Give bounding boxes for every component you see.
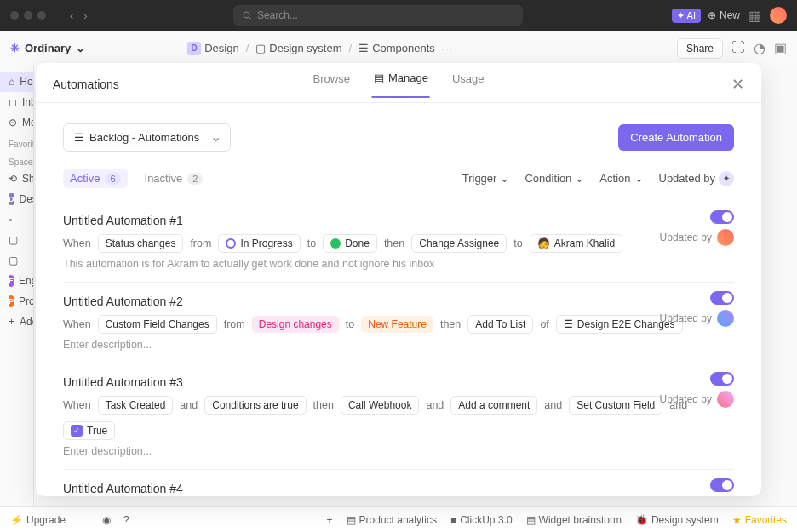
automation-description[interactable]: Enter description... bbox=[63, 445, 734, 457]
sidebar-sub1[interactable]: ▫ bbox=[0, 209, 33, 230]
sidebar-sub3[interactable]: ▢ bbox=[0, 250, 33, 271]
sidebar-sub2[interactable]: ▢ bbox=[0, 230, 33, 250]
footer-wb[interactable]: ▤ Widget brainstorm bbox=[526, 514, 622, 526]
nav-back[interactable]: ‹ bbox=[66, 9, 77, 22]
automation-row[interactable]: Untitled Automation #3 When Task Created… bbox=[63, 363, 734, 470]
svg-point-0 bbox=[244, 12, 249, 18]
action-token[interactable]: Add To List bbox=[467, 315, 533, 334]
status-token[interactable]: In Progress bbox=[218, 234, 300, 253]
true-token[interactable]: ✓True bbox=[63, 421, 115, 440]
filter-action[interactable]: Action ⌄ bbox=[599, 172, 643, 185]
search-input[interactable]: Search... bbox=[233, 5, 523, 26]
action-token[interactable]: Add a comment bbox=[450, 396, 537, 415]
automation-title: Untitled Automation #2 bbox=[63, 295, 734, 308]
breadcrumb-more[interactable]: ··· bbox=[442, 42, 454, 54]
filter-active[interactable]: Active 6 bbox=[63, 169, 128, 188]
user-token[interactable]: 🧑 Akram Khalid bbox=[530, 234, 622, 253]
tab-browse[interactable]: Browse bbox=[312, 72, 352, 98]
automation-row[interactable]: Untitled Automation #4 When Status chang… bbox=[63, 470, 734, 496]
sidebar-heading-spaces: Spaces bbox=[0, 151, 33, 169]
sidebar: ⌂ Home ◻ Inbox ⊖ More Favorites Spaces ⟲… bbox=[0, 66, 34, 506]
cart-icon[interactable]: ⛶ bbox=[731, 40, 745, 56]
help-icon[interactable]: ? bbox=[123, 514, 129, 526]
action-token[interactable]: Change Assignee bbox=[411, 234, 507, 253]
action-token[interactable]: Call Webhook bbox=[341, 396, 419, 415]
automation-row[interactable]: Untitled Automation #2 When Custom Field… bbox=[63, 283, 734, 363]
footer-cu[interactable]: ■ ClickUp 3.0 bbox=[450, 514, 513, 526]
filter-condition[interactable]: Condition ⌄ bbox=[525, 172, 584, 185]
modal-header: Automations Browse ▤ Manage Usage ✕ bbox=[36, 63, 761, 92]
updater-avatar bbox=[717, 229, 734, 246]
modal-title: Automations bbox=[53, 77, 119, 91]
trigger-token[interactable]: Custom Field Changes bbox=[98, 315, 217, 334]
user-avatar[interactable] bbox=[770, 7, 787, 24]
footer-ds[interactable]: 🐞 Design system bbox=[635, 514, 719, 526]
nav-forward[interactable]: › bbox=[80, 9, 90, 22]
automation-toggle[interactable] bbox=[710, 372, 734, 386]
updater-avatar bbox=[717, 310, 734, 327]
new-button[interactable]: ⊕ New bbox=[708, 9, 740, 21]
automations-modal: Automations Browse ▤ Manage Usage ✕ ☰ Ba… bbox=[36, 63, 761, 496]
sidebar-inbox[interactable]: ◻ Inbox bbox=[0, 92, 33, 112]
upgrade-button[interactable]: ⚡ Upgrade bbox=[10, 514, 66, 526]
automation-title: Untitled Automation #3 bbox=[63, 375, 734, 389]
automation-description[interactable]: Enter description... bbox=[63, 339, 734, 351]
footer-fav[interactable]: ★ Favorites bbox=[732, 514, 787, 526]
footer: ⚡ Upgrade + ▤ Product analytics ■ ClickU… bbox=[0, 506, 797, 532]
filter-inactive[interactable]: Inactive 2 bbox=[138, 169, 210, 188]
filter-updated-by[interactable]: Updated by ✦ bbox=[659, 171, 735, 186]
trigger-token[interactable]: Status changes bbox=[98, 234, 184, 253]
share-button[interactable]: Share bbox=[677, 38, 723, 59]
svg-line-1 bbox=[249, 18, 250, 20]
sidebar-prod-space[interactable]: P Product bbox=[0, 291, 33, 312]
sidebar-eng-space[interactable]: E Engineering bbox=[0, 271, 33, 291]
automation-title: Untitled Automation #1 bbox=[63, 214, 734, 227]
sidebar-more[interactable]: ⊖ More bbox=[0, 112, 33, 133]
sidebar-home[interactable]: ⌂ Home bbox=[0, 72, 33, 92]
condition-token[interactable]: Conditions are true bbox=[204, 396, 306, 415]
trigger-token[interactable]: Task Created bbox=[98, 396, 174, 415]
breadcrumb-design-system[interactable]: ▢ Design system bbox=[255, 42, 341, 54]
automation-toggle[interactable] bbox=[710, 210, 734, 224]
apps-icon[interactable]: ▦ bbox=[748, 8, 761, 24]
sidebar-design-space[interactable]: D Design bbox=[0, 189, 33, 209]
automation-toggle[interactable] bbox=[710, 478, 734, 492]
status-token[interactable]: Done bbox=[323, 234, 377, 253]
window-controls[interactable] bbox=[10, 11, 46, 20]
updater-avatar bbox=[717, 391, 734, 408]
list-icon: ☰ bbox=[74, 131, 84, 144]
automation-row[interactable]: Untitled Automation #1 When Status chang… bbox=[63, 202, 734, 283]
automation-description: This automation is for Akram to actually… bbox=[63, 258, 734, 270]
breadcrumb: DDesign / ▢ Design system / ☰ Components… bbox=[187, 42, 454, 55]
action-token[interactable]: Set Custom Field bbox=[569, 396, 662, 415]
workspace-bar: ✳ Ordinary ⌄ DDesign / ▢ Design system /… bbox=[0, 31, 797, 66]
footer-plus[interactable]: + bbox=[327, 514, 333, 526]
shield-icon[interactable]: ▣ bbox=[774, 40, 787, 56]
tab-manage[interactable]: ▤ Manage bbox=[372, 72, 430, 98]
sidebar-shared[interactable]: ⟲ Shared bbox=[0, 169, 33, 189]
footer-pa[interactable]: ▤ Product analytics bbox=[347, 514, 437, 526]
search-icon bbox=[242, 10, 252, 20]
filter-trigger[interactable]: Trigger ⌄ bbox=[462, 172, 510, 185]
tag-token[interactable]: Design changes bbox=[252, 316, 339, 333]
close-button[interactable]: ✕ bbox=[731, 77, 744, 92]
modal-body: ☰ Backlog - Automations Create Automatio… bbox=[36, 103, 761, 496]
breadcrumb-design[interactable]: DDesign bbox=[187, 42, 238, 55]
ai-button[interactable]: ✦ AI bbox=[672, 9, 701, 23]
location-select[interactable]: ☰ Backlog - Automations bbox=[63, 123, 231, 152]
bell-icon[interactable]: ◔ bbox=[754, 40, 765, 56]
tag-token[interactable]: New Feature bbox=[361, 316, 433, 333]
create-automation-button[interactable]: Create Automation bbox=[618, 124, 734, 151]
sidebar-heading-favorites: Favorites bbox=[0, 133, 33, 151]
automation-toggle[interactable] bbox=[710, 291, 734, 305]
automation-title: Untitled Automation #4 bbox=[63, 482, 734, 495]
breadcrumb-components[interactable]: ☰ Components bbox=[358, 42, 435, 54]
app-topbar: ‹ › Search... ✦ AI ⊕ New ▦ bbox=[0, 0, 797, 31]
people-icon[interactable]: ◉ bbox=[102, 514, 111, 526]
sidebar-add-space[interactable]: + Add Space bbox=[0, 312, 33, 332]
sparkle-icon: ✳ bbox=[10, 42, 20, 54]
workspace-switcher[interactable]: ✳ Ordinary ⌄ bbox=[10, 42, 85, 54]
tab-usage[interactable]: Usage bbox=[450, 72, 486, 98]
